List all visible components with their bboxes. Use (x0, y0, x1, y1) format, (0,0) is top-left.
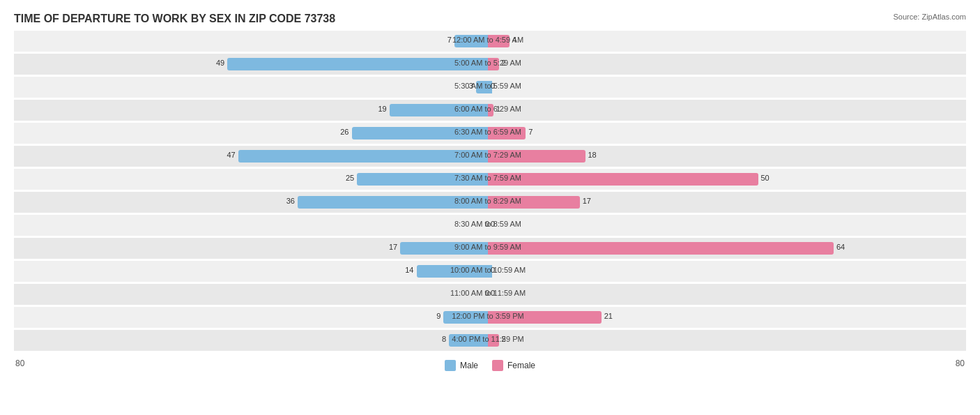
female-value: 18 (588, 151, 597, 159)
axis-label-right: 80 (956, 359, 965, 368)
bar-male (390, 104, 492, 116)
male-value: 49 (216, 59, 224, 67)
table-row: 12:00 AM to 4:59 AM74 (14, 31, 966, 52)
bar-male (357, 173, 492, 186)
axis-label-left: 80 (15, 359, 24, 368)
male-value: 17 (389, 243, 397, 251)
bar-female (488, 334, 499, 347)
table-row: 6:00 AM to 6:29 AM191 (14, 100, 966, 121)
female-value: 0 (491, 220, 495, 228)
bar-female (488, 242, 834, 255)
table-row: 7:00 AM to 7:29 AM4718 (14, 146, 966, 167)
table-row: 10:00 AM to 10:59 AM140 (14, 261, 966, 282)
female-value: 2 (502, 59, 506, 67)
bar-male (352, 127, 493, 139)
male-value: 25 (346, 174, 354, 182)
male-value: 0 (485, 220, 489, 228)
male-value: 8 (442, 335, 446, 343)
table-row: 4:00 PM to 11:59 PM82 (14, 330, 966, 351)
bar-female (488, 58, 499, 70)
female-value: 4 (512, 36, 516, 44)
table-row: 5:00 AM to 5:29 AM492 (14, 54, 966, 75)
female-value: 0 (491, 82, 495, 90)
male-value: 47 (227, 151, 236, 159)
female-value: 21 (604, 312, 613, 320)
bar-female (488, 311, 602, 324)
table-row: 8:30 AM to 8:59 AM00 (14, 215, 966, 236)
legend-female: Female (492, 360, 535, 371)
male-value: 0 (485, 289, 489, 297)
bar-female (488, 150, 585, 163)
legend-male-box (445, 360, 456, 371)
bar-male (449, 334, 492, 347)
bar-male (400, 242, 492, 255)
male-value: 19 (378, 105, 387, 113)
bar-female (488, 127, 526, 139)
table-row: 8:00 AM to 8:29 AM3617 (14, 192, 966, 213)
table-row: 9:00 AM to 9:59 AM1764 (14, 238, 966, 259)
male-value: 26 (340, 128, 349, 136)
female-value: 64 (836, 243, 845, 251)
bar-male (238, 150, 492, 163)
bar-male (454, 35, 492, 47)
bar-male (227, 58, 492, 70)
table-row: 12:00 PM to 3:59 PM921 (14, 307, 966, 328)
female-value: 50 (761, 174, 770, 182)
male-value: 9 (436, 312, 441, 320)
female-value: 1 (496, 105, 500, 113)
bar-female (488, 35, 510, 47)
table-row: 7:30 AM to 7:59 AM2550 (14, 169, 966, 190)
male-value: 36 (286, 197, 295, 205)
bar-male (298, 196, 492, 209)
legend-female-label: Female (507, 361, 535, 370)
legend-male: Male (445, 360, 478, 371)
female-value: 0 (491, 266, 495, 274)
chart-title: TIME OF DEPARTURE TO WORK BY SEX IN ZIP … (14, 13, 966, 25)
male-value: 7 (447, 36, 452, 44)
female-value: 0 (491, 289, 495, 297)
bar-male (476, 81, 492, 93)
female-value: 2 (502, 335, 506, 343)
legend-male-label: Male (460, 361, 478, 370)
female-value: 17 (583, 197, 591, 205)
bar-female (488, 173, 758, 186)
bar-male (443, 311, 492, 324)
female-value: 7 (528, 128, 533, 136)
bar-female (488, 196, 580, 209)
bar-male (417, 265, 493, 278)
legend: Male Female (445, 360, 535, 371)
table-row: 11:00 AM to 11:59 AM00 (14, 284, 966, 305)
chart-container: TIME OF DEPARTURE TO WORK BY SEX IN ZIP … (0, 0, 980, 415)
male-value: 3 (469, 82, 473, 90)
bar-female (488, 104, 493, 116)
table-row: 5:30 AM to 5:59 AM30 (14, 77, 966, 98)
male-value: 14 (405, 266, 413, 274)
source-text: Source: ZipAtlas.com (893, 13, 966, 21)
legend-female-box (492, 360, 503, 371)
chart-area: 12:00 AM to 4:59 AM745:00 AM to 5:29 AM4… (14, 31, 966, 353)
table-row: 6:30 AM to 6:59 AM267 (14, 123, 966, 144)
